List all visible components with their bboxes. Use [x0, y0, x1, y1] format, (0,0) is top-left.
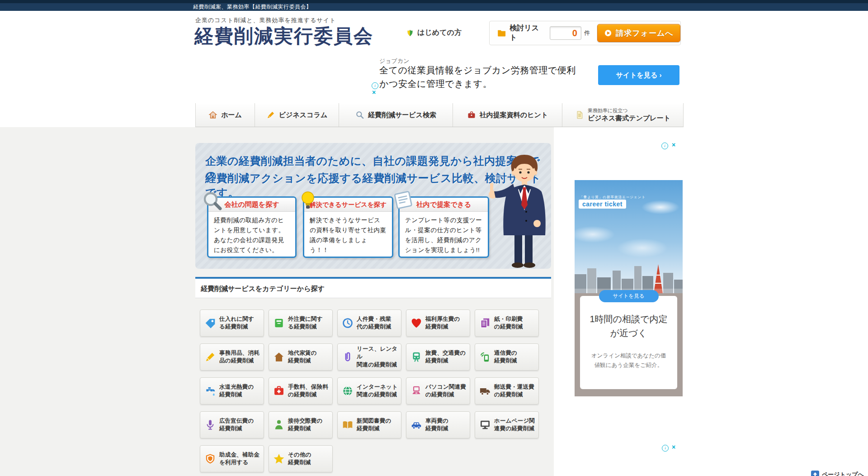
microphone-icon: [204, 419, 216, 431]
monitor-icon: [479, 419, 491, 431]
document-icon: [575, 110, 584, 119]
ad-close-icon[interactable]: ×: [372, 90, 376, 95]
category-button-house[interactable]: 地代家賃の 経費削減: [269, 343, 333, 371]
nav-item-proposal-hints[interactable]: 社内提案資料のヒント: [453, 103, 562, 127]
home-icon: [208, 110, 217, 119]
category-label: 広告宣伝費の 経費削減: [219, 417, 254, 433]
ad-text-line2: かつ安全に管理できます。: [379, 78, 492, 90]
nav-label: ビジネスコラム: [279, 111, 327, 119]
side-ad-brand-logo: career ticket: [579, 200, 626, 209]
category-label: 助成金、補助金 を利用する: [219, 451, 259, 467]
ad-cta-button[interactable]: サイトを見る ›: [598, 65, 679, 85]
page-title: 経費削減案、業務効率【経費削減実行委員会】: [193, 3, 312, 11]
first-aid-icon: [273, 385, 285, 397]
category-button-mobile-phone[interactable]: 通信費の 経費削減: [475, 343, 539, 371]
category-button-pencil[interactable]: 事務用品、消耗 品の経費削減: [200, 343, 264, 371]
folder-icon: [497, 28, 506, 38]
category-label: 水道光熱費の 経費削減: [219, 383, 254, 399]
category-label: リース、レンタル 関連の経費削減: [357, 345, 401, 369]
person-icon: [273, 419, 285, 431]
category-section-title: 経費削減サービスをカテゴリーから探す: [201, 285, 325, 293]
category-label: インターネット 関連の経費削減: [357, 383, 398, 399]
category-button-truck[interactable]: 郵送費・運送費 の経費削減: [475, 377, 539, 405]
hero-box-body: 解決できそうなサービスの資料を取り寄せて社内稟議の準備をしましょう！！: [304, 212, 392, 255]
truck-icon: [479, 385, 491, 397]
side-ad-close-icon[interactable]: ×: [672, 142, 675, 148]
clock-icon: [342, 317, 354, 329]
globe-icon: [342, 385, 354, 397]
beginner-mark-icon: [406, 29, 414, 38]
side-ad2-info-icon[interactable]: i: [662, 445, 669, 452]
hero-banner: 企業の経費削減担当者のために、自社の課題発見から社内提案までの 経費削減アクショ…: [195, 143, 551, 269]
category-button-person[interactable]: 接待交際費の 経費削減: [269, 411, 333, 438]
category-button-first-aid[interactable]: 手数料、保険料 の経費削減: [269, 377, 333, 405]
category-grid: 仕入れに関す る経費削減外注費に関す る経費削減人件費・残業 代の経費削減福利厚…: [200, 309, 539, 472]
car-icon: [410, 419, 422, 431]
category-button-faucet[interactable]: 水道光熱費の 経費削減: [200, 377, 264, 405]
mobile-phone-icon: [479, 351, 491, 363]
paperclip-icon: [342, 351, 354, 363]
review-list-unit: 件: [584, 29, 590, 37]
category-button-microphone[interactable]: 広告宣伝費の 経費削減: [200, 411, 264, 438]
category-button-open-book[interactable]: 新聞図書費の 経費削減: [337, 411, 401, 438]
side-ad[interactable]: 「量より質」の新卒就活エージェント career ticket サイトを見る 1…: [575, 180, 683, 396]
nav-label: 社内提案資料のヒント: [480, 111, 548, 119]
category-label: 福利厚生費の 経費削減: [425, 315, 460, 331]
category-button-shield[interactable]: 助成金、補助金 を利用する: [200, 445, 264, 472]
category-button-laptop[interactable]: パソコン関連費 の経費削減: [406, 377, 470, 405]
review-list-label: 検討リスト: [509, 24, 545, 43]
heart-icon: [410, 317, 422, 329]
side-ad2-close-icon[interactable]: ×: [672, 444, 675, 450]
star-icon: [273, 453, 285, 465]
category-button-car[interactable]: 車両費の 経費削減: [406, 411, 470, 438]
category-label: その他の 経費削減: [288, 451, 311, 467]
category-button-tag[interactable]: 仕入れに関す る経費削減: [200, 309, 264, 337]
beginner-link[interactable]: はじめての方: [406, 28, 462, 38]
category-label: 人件費・残業 代の経費削減: [357, 315, 392, 331]
review-list-count-field[interactable]: [550, 26, 581, 40]
businessman-illustration: [474, 144, 552, 269]
category-button-monitor[interactable]: ホームページ関 連費の経費削減: [475, 411, 539, 438]
magnifier-icon: [201, 190, 223, 211]
category-label: 外注費に関す る経費削減: [288, 315, 323, 331]
side-ad-city-image: [575, 257, 683, 293]
house-icon: [273, 351, 285, 363]
category-button-paperclip[interactable]: リース、レンタル 関連の経費削減: [337, 343, 401, 371]
category-label: 新聞図書費の 経費削減: [357, 417, 392, 433]
category-button-heart[interactable]: 福利厚生費の 経費削減: [406, 309, 470, 337]
nav-item-home[interactable]: ホーム: [195, 103, 255, 127]
category-button-train[interactable]: 旅費、交通費の 経費削減: [406, 343, 470, 371]
hero-box-find-services[interactable]: 解決できるサービスを探す 解決できそうなサービスの資料を取り寄せて社内稟議の準備…: [303, 196, 393, 258]
category-button-archive-box[interactable]: 外注費に関す る経費削減: [269, 309, 333, 337]
side-ad-card: サイトを見る 1時間の相談で内定が近づく オンライン相談であなたの価値観にあう企…: [580, 296, 677, 389]
nav-item-service-search[interactable]: 経費削減サービス検索: [339, 103, 453, 127]
laptop-icon: [410, 385, 422, 397]
side-ad-cta-button[interactable]: サイトを見る: [599, 290, 659, 302]
side-ad-info-icon[interactable]: i: [661, 143, 668, 149]
search-icon: [355, 110, 364, 119]
ad-info-icon[interactable]: i: [372, 82, 378, 89]
nav-item-business-column[interactable]: ビジネスコラム: [255, 103, 339, 127]
category-label: 仕入れに関す る経費削減: [219, 315, 254, 331]
train-icon: [410, 351, 422, 363]
review-list-box: 検討リスト 件 請求フォームへ: [489, 21, 681, 45]
category-button-star[interactable]: その他の 経費削減: [269, 445, 333, 472]
pencil-icon: [266, 110, 275, 119]
category-button-globe[interactable]: インターネット 関連の経費削減: [337, 377, 401, 405]
category-label: 通信費の 経費削減: [494, 349, 517, 365]
notepad-icon: [392, 190, 414, 211]
category-label: 郵送費・運送費 の経費削減: [494, 383, 534, 399]
hero-box-find-problems[interactable]: 会社の問題を探す 経費削減の取組み方のヒントを用意しています。あなたの会社の課題…: [207, 196, 297, 258]
shield-icon: [204, 453, 216, 465]
nav-item-business-templates[interactable]: 業務効率に役立つ ビジネス書式テンプレート: [562, 103, 684, 127]
category-label: 車両費の 経費削減: [425, 417, 448, 433]
back-to-top-label: ページトップへ: [822, 471, 864, 476]
ad-text-line1: 全ての従業員情報をジョブカン労務管理で便利: [379, 64, 576, 76]
category-button-clock[interactable]: 人件費・残業 代の経費削減: [337, 309, 401, 337]
browser-titlebar: 経費削減案、業務効率【経費削減実行委員会】: [0, 0, 868, 11]
request-form-button[interactable]: 請求フォームへ: [597, 24, 680, 42]
category-button-copies[interactable]: 紙・印刷費 の経費削減: [475, 309, 539, 337]
site-logo[interactable]: 経費削減実行委員会: [194, 24, 373, 49]
back-to-top-button[interactable]: ページトップへ: [811, 471, 864, 476]
category-label: パソコン関連費 の経費削減: [425, 383, 466, 399]
